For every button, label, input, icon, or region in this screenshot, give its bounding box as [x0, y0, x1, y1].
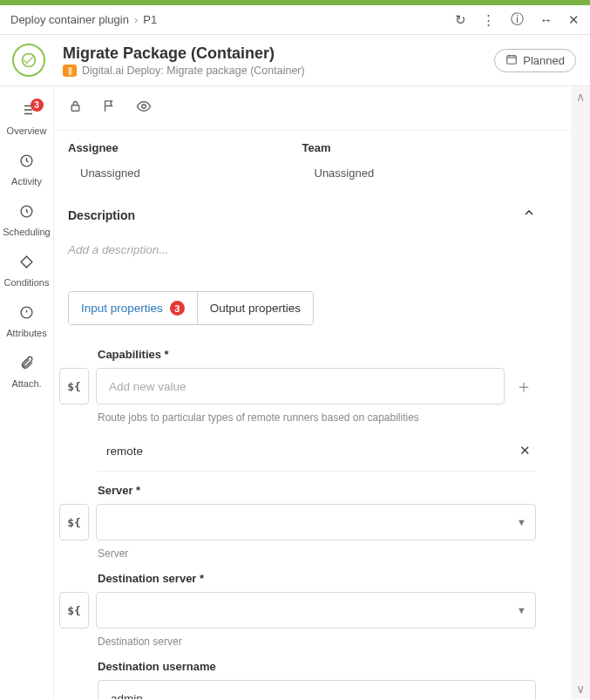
breadcrumb-bar: Deploy container plugin › P1 ↻ ⋮ ⓘ ↔ ✕	[0, 5, 590, 35]
description-input[interactable]: Add a description...	[68, 228, 536, 291]
calendar-icon	[505, 53, 518, 68]
close-icon[interactable]: ✕	[568, 11, 580, 28]
content-panel: Assignee Unassigned Team Unassigned Desc…	[54, 86, 590, 699]
tab-output-label: Output properties	[210, 302, 301, 315]
topbar-actions: ↻ ⋮ ⓘ ↔ ✕	[455, 11, 580, 28]
team-label: Team	[302, 141, 537, 154]
nav-conditions-label: Conditions	[4, 277, 50, 288]
nav-attach[interactable]: Attach.	[0, 347, 53, 398]
subtitle-text: Digital.ai Deploy: Migrate package (Cont…	[82, 65, 305, 77]
page-title: Migrate Package (Container)	[63, 44, 494, 63]
remove-chip-icon[interactable]: ✕	[519, 443, 531, 459]
dest-user-label: Destination username	[98, 660, 536, 673]
svg-rect-1	[507, 55, 517, 63]
breadcrumb-current: P1	[143, 13, 157, 26]
capabilities-chip: remote ✕	[98, 431, 536, 472]
team-value[interactable]: Unassigned	[302, 167, 537, 180]
capabilities-chip-text: remote	[106, 445, 143, 458]
tab-input-properties[interactable]: Input properties 3	[69, 292, 197, 324]
capabilities-input[interactable]	[107, 379, 493, 394]
tab-input-label: Input properties	[81, 302, 163, 315]
nav-activity[interactable]: Activity	[0, 145, 53, 195]
dest-user-input-wrap	[98, 680, 536, 699]
dest-server-label: Destination server *	[98, 572, 536, 585]
server-select[interactable]: ▼	[96, 504, 536, 540]
variable-button[interactable]: ${	[59, 368, 89, 404]
nav-overview[interactable]: 3 Overview	[0, 93, 53, 145]
info-icon[interactable]: ⓘ	[511, 11, 524, 28]
task-header: Migrate Package (Container) ||| Digital.…	[0, 35, 590, 86]
nav-attributes-label: Attributes	[6, 328, 46, 338]
variable-button[interactable]: ${	[59, 504, 89, 540]
nav-overview-label: Overview	[7, 126, 47, 136]
title-block: Migrate Package (Container) ||| Digital.…	[63, 44, 494, 77]
nav-scheduling[interactable]: Scheduling	[0, 195, 53, 246]
flag-icon[interactable]	[102, 99, 117, 118]
breadcrumb-root[interactable]: Deploy container plugin	[10, 13, 129, 26]
svg-point-6	[142, 105, 146, 109]
assignee-label: Assignee	[68, 141, 302, 154]
page-subtitle: ||| Digital.ai Deploy: Migrate package (…	[63, 65, 494, 77]
dest-server-select[interactable]: ▼	[96, 592, 536, 629]
status-label: Planned	[523, 54, 565, 67]
scroll-body[interactable]: Assignee Unassigned Team Unassigned Desc…	[54, 131, 590, 699]
dest-server-select-value[interactable]	[107, 603, 525, 618]
server-help: Server	[98, 547, 536, 560]
clock-icon	[0, 153, 53, 173]
scroll-up-icon[interactable]: ∧	[576, 90, 585, 104]
server-select-value[interactable]	[107, 515, 525, 530]
dest-server-help: Destination server	[98, 635, 536, 648]
dest-user-input[interactable]	[109, 691, 525, 700]
status-chip[interactable]: Planned	[494, 49, 576, 72]
scroll-controls: ∧ ∨	[571, 86, 590, 699]
scroll-down-icon[interactable]: ∨	[576, 682, 585, 696]
more-icon[interactable]: ⋮	[482, 11, 495, 28]
field-dest-server: Destination server * ${ ▼ Destination se…	[98, 572, 536, 648]
nav-attributes[interactable]: Attributes	[0, 296, 53, 347]
tab-output-properties[interactable]: Output properties	[197, 292, 313, 324]
plugin-icon: |||	[63, 65, 77, 77]
properties-tabbar: Input properties 3 Output properties	[68, 291, 314, 325]
lock-icon[interactable]	[68, 99, 83, 118]
nav-attach-label: Attach.	[11, 378, 41, 389]
watch-icon[interactable]	[136, 99, 152, 118]
main-area: 3 Overview Activity Scheduling Condition…	[0, 86, 590, 699]
capabilities-input-wrap	[96, 368, 505, 404]
field-dest-username: Destination username Destination usernam…	[98, 660, 536, 699]
breadcrumb-separator: ›	[134, 13, 138, 26]
conditions-icon	[0, 255, 53, 274]
description-header: Description	[68, 190, 536, 228]
side-nav: 3 Overview Activity Scheduling Condition…	[0, 86, 54, 699]
attach-icon	[0, 356, 53, 375]
list-icon	[0, 102, 53, 122]
capabilities-help: Route jobs to particular types of remote…	[98, 411, 536, 424]
tab-input-count: 3	[170, 301, 185, 316]
server-label: Server *	[98, 484, 536, 497]
attributes-icon	[0, 305, 53, 324]
expand-icon[interactable]: ↔	[539, 11, 553, 28]
field-capabilities: Capabilities * ${ ＋ Route jobs to partic…	[98, 348, 536, 472]
nav-scheduling-label: Scheduling	[3, 227, 50, 237]
capabilities-label: Capabilities *	[98, 348, 536, 361]
variable-button[interactable]: ${	[59, 592, 89, 629]
task-toolbar	[54, 86, 590, 131]
description-label: Description	[68, 208, 135, 222]
nav-activity-label: Activity	[11, 176, 42, 187]
svg-rect-5	[71, 105, 79, 111]
breadcrumb: Deploy container plugin › P1	[10, 13, 455, 26]
collapse-icon[interactable]	[522, 206, 536, 224]
refresh-icon[interactable]: ↻	[455, 11, 466, 28]
assignee-value[interactable]: Unassigned	[68, 167, 302, 180]
field-server: Server * ${ ▼ Server	[98, 484, 536, 560]
nav-conditions[interactable]: Conditions	[0, 246, 53, 296]
schedule-icon	[0, 204, 53, 223]
nav-overview-badge: 3	[31, 99, 44, 112]
add-value-button[interactable]: ＋	[512, 368, 536, 404]
assignment-row: Assignee Unassigned Team Unassigned	[68, 131, 536, 190]
task-logo-icon	[12, 44, 45, 77]
